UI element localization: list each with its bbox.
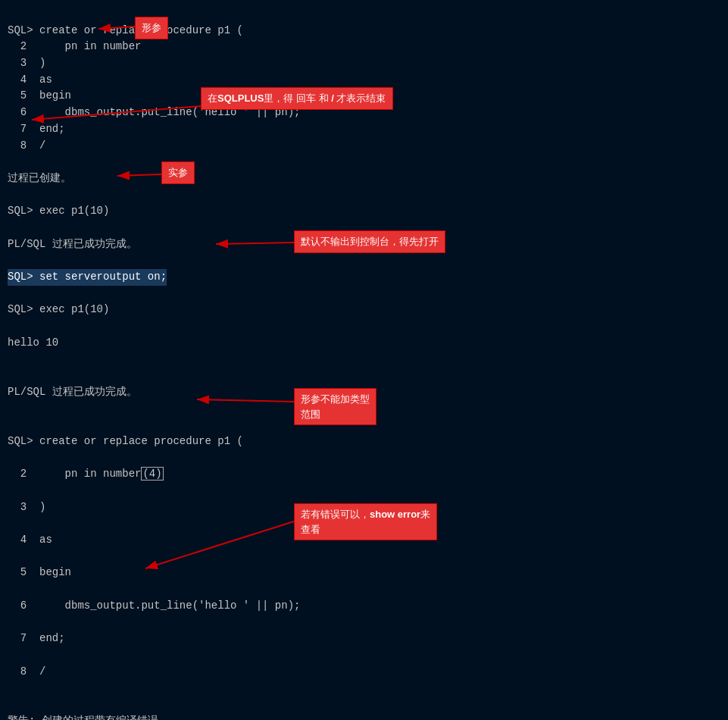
line-2: 2 pn in number	[8, 40, 141, 52]
annotation-type-range-hint: 形参不能加类型范围	[294, 388, 376, 425]
annotation-serveroutput-hint: 默认不输出到控制台，得先打开	[294, 230, 445, 253]
line-slash2: 8 /	[8, 665, 45, 678]
annotation-actual-param: 实参	[161, 161, 195, 184]
line-end2: 7 end;	[8, 632, 65, 644]
line-plsql2: PL/SQL 过程已成功完成。	[8, 386, 137, 398]
line-7: 7 end;	[8, 123, 65, 135]
line-exec1: SQL> exec p1(10)	[8, 205, 109, 217]
line-exec2: SQL> exec p1(10)	[8, 303, 109, 315]
line-plsql1: PL/SQL 过程已成功完成。	[8, 238, 137, 250]
line-created: 过程已创建。	[8, 172, 71, 184]
line-serveroutput: SQL> set serveroutput on;	[8, 269, 167, 286]
annotation-formal-param: 形参	[135, 17, 168, 39]
line-dbms2: 6 dbms_output.put_line('hello ' || pn);	[8, 599, 300, 612]
line-create2: SQL> create or replace procedure p1 (	[8, 435, 243, 447]
annotation-show-error-hint: 若有错误可以，show error来查看	[294, 503, 437, 540]
line-3: 3 )	[8, 57, 45, 69]
line-5: 5 begin	[8, 89, 71, 102]
line-close2: 3 )	[8, 501, 45, 513]
line-1: SQL> create or replace procedure p1 (	[8, 24, 243, 36]
line-pn4: 2 pn in number(4)	[8, 467, 164, 481]
line-8: 8 /	[8, 139, 45, 152]
line-as2: 4 as	[8, 534, 52, 546]
line-4: 4 as	[8, 74, 52, 86]
terminal-output: SQL> create or replace procedure p1 ( 2 …	[8, 6, 720, 720]
line-warning: 警告: 创建的过程带有编译错误。	[8, 715, 169, 720]
annotation-sqlplus-hint: 在SQLPLUS里，得 回车 和 / 才表示结束	[201, 87, 393, 110]
line-hello: hello 10	[8, 337, 58, 349]
line-begin2: 5 begin	[8, 566, 71, 578]
